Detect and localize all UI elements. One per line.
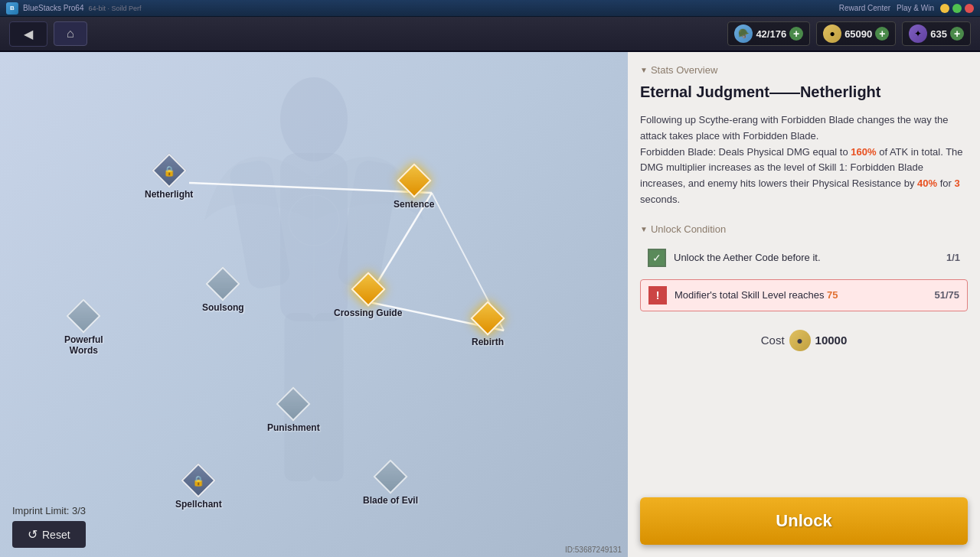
highlight-3: 3 <box>954 178 959 189</box>
app-subtitle: 64-bit · Soild Perf <box>89 5 142 12</box>
imprint-limit: Imprint Limit: 3/3 <box>12 505 86 516</box>
play-win-label[interactable]: Play & Win <box>897 4 934 12</box>
node-diamond: 🔒 <box>181 463 216 497</box>
node-label: PowerfulWords <box>64 334 103 356</box>
node-label: Soulsong <box>202 302 244 313</box>
back-button[interactable]: ◀ <box>9 21 47 47</box>
titlebar-left: B BlueStacks Pro64 64-bit · Soild Perf <box>6 2 142 15</box>
home-button[interactable]: ⌂ <box>54 21 87 46</box>
skill-node-sentence[interactable]: Sentence <box>394 168 434 210</box>
node-diamond <box>397 163 431 197</box>
titlebar-right: Reward Center Play & Win <box>839 4 974 13</box>
skill-description: Following up Scythe-erang with Forbidden… <box>640 112 968 208</box>
reset-label: Reset <box>42 529 70 541</box>
currency-helmet: 🪖 42/176 + <box>727 21 810 46</box>
cost-value: 10000 <box>815 334 848 347</box>
condition-2: ! Modifier's total Skill Level reaches 7… <box>640 279 968 311</box>
stats-header-label: Stats Overview <box>651 64 717 76</box>
skill-title: Eternal Judgment——Netherlight <box>640 82 968 102</box>
id-footer: ID:53687249131 <box>565 546 622 554</box>
helmet-icon: 🪖 <box>734 24 753 43</box>
currency-star-add[interactable]: + <box>950 27 964 41</box>
condition-2-highlight: 75 <box>827 289 838 301</box>
app-title: BlueStacks Pro64 <box>23 4 84 12</box>
currency-star: ✦ 635 + <box>902 21 971 46</box>
condition-2-text: Modifier's total Skill Level reaches 75 <box>675 289 926 301</box>
skill-node-nethlerlight[interactable]: 🔒 Netherlight <box>145 158 193 200</box>
unlock-button[interactable]: Unlock <box>640 497 968 545</box>
reward-center-label[interactable]: Reward Center <box>839 4 890 12</box>
star-icon: ✦ <box>909 24 927 43</box>
currency-star-value: 635 <box>930 28 947 40</box>
condition-1-value: 1/1 <box>946 252 960 263</box>
condition-1-check-icon: ✓ <box>648 249 666 267</box>
node-label: Punishment <box>267 422 320 433</box>
condition-1: ✓ Unlock the Aether Code before it. 1/1 <box>640 243 968 273</box>
skill-map: 🔒 Netherlight Sentence Soulsong Crossing… <box>0 52 628 557</box>
node-label: Crossing Guide <box>334 308 402 318</box>
node-diamond <box>470 301 505 335</box>
reset-icon: ↺ <box>28 527 38 542</box>
node-diamond <box>206 266 240 301</box>
skill-node-blade_of_evil[interactable]: Blade of Evil <box>363 464 418 506</box>
node-diamond <box>351 272 385 306</box>
window-controls <box>940 4 974 13</box>
condition-2-value: 51/75 <box>934 289 959 301</box>
minimize-button[interactable] <box>940 4 949 13</box>
top-toolbar: ◀ ⌂ 🪖 42/176 + ● 65090 + ✦ 635 + <box>0 17 980 52</box>
node-diamond: 🔒 <box>152 153 186 187</box>
node-label: Blade of Evil <box>363 495 418 506</box>
unlock-condition-label: Unlock Condition <box>651 223 726 235</box>
node-label: Spellchant <box>175 499 222 510</box>
node-diamond <box>373 459 407 493</box>
condition-1-text: Unlock the Aether Code before it. <box>674 252 939 263</box>
skill-node-powerful_words[interactable]: PowerfulWords <box>64 304 103 356</box>
titlebar: B BlueStacks Pro64 64-bit · Soild Perf R… <box>0 0 980 17</box>
node-diamond <box>276 386 311 421</box>
maximize-button[interactable] <box>952 4 962 13</box>
skill-node-crossing_guide[interactable]: Crossing Guide <box>334 277 402 318</box>
condition-2-warn-icon: ! <box>648 286 667 305</box>
skill-node-rebirth[interactable]: Rebirth <box>472 306 504 347</box>
node-diamond <box>67 298 101 333</box>
node-label: Sentence <box>394 199 434 210</box>
close-button[interactable] <box>965 4 974 13</box>
lock-icon: 🔒 <box>163 165 175 177</box>
currency-coin: ● 65090 + <box>816 21 896 46</box>
node-label: Rebirth <box>472 337 504 347</box>
skill-node-punishment[interactable]: Punishment <box>267 392 320 433</box>
highlight-160: 160% <box>851 146 876 158</box>
node-label: Netherlight <box>145 189 193 200</box>
cost-section: Cost ● 10000 <box>640 330 968 351</box>
lock-icon: 🔒 <box>192 475 204 487</box>
stats-header: Stats Overview <box>640 64 968 76</box>
reset-button[interactable]: ↺ Reset <box>12 521 86 548</box>
currency-coin-value: 65090 <box>844 28 872 40</box>
cost-label: Cost <box>761 334 785 347</box>
unlock-condition-header: Unlock Condition <box>640 223 968 235</box>
coin-icon: ● <box>823 24 841 43</box>
highlight-40: 40% <box>917 178 937 189</box>
currency-coin-add[interactable]: + <box>875 27 889 41</box>
cost-coin-icon: ● <box>789 330 811 351</box>
currency-helmet-add[interactable]: + <box>789 27 803 41</box>
bottom-info: Imprint Limit: 3/3 ↺ Reset <box>12 505 86 548</box>
skill-node-spellchant[interactable]: 🔒 Spellchant <box>175 468 222 510</box>
bluestacks-logo: B <box>6 2 18 15</box>
skill-node-soulsong[interactable]: Soulsong <box>202 272 244 313</box>
currency-helmet-value: 42/176 <box>756 28 786 40</box>
main-content: 🔒 Netherlight Sentence Soulsong Crossing… <box>0 52 980 557</box>
right-panel: Stats Overview Eternal Judgment——Netherl… <box>628 52 980 557</box>
